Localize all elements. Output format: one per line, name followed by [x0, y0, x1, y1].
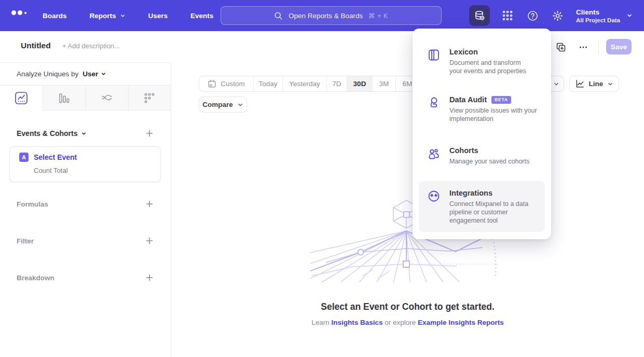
menu-item-description: View possible issues with your implement…: [449, 106, 537, 123]
events-cohorts-header: Events & Cohorts: [17, 128, 155, 139]
formulas-label: Formulas: [17, 200, 48, 208]
date-range-3m[interactable]: 3M: [372, 76, 395, 91]
insights-basics-link[interactable]: Insights Basics: [331, 319, 382, 326]
nav-item-boards[interactable]: Boards: [43, 12, 67, 20]
integrations-sync-icon: [427, 188, 442, 225]
date-range-30d-active[interactable]: 30D: [347, 76, 372, 91]
empty-state-subtext: Learn Insights Basics or explore Example…: [171, 319, 644, 326]
date-range-label: Today: [258, 80, 277, 88]
menu-item-description: Document and transform your events and p…: [449, 59, 526, 75]
date-range-label: 3M: [379, 80, 389, 88]
analyze-value-dropdown[interactable]: User: [83, 70, 106, 78]
filter-section: Filter: [17, 235, 155, 246]
line-chart-tab-icon: [15, 91, 28, 105]
desc-line: Document and transform: [449, 59, 526, 67]
nav-item-users[interactable]: Users: [148, 12, 168, 20]
query-builder-sidebar: Analyze Uniques by User: [0, 62, 171, 357]
nav-item-label: Boards: [43, 12, 67, 20]
menu-item-data-audit[interactable]: Data Audit BETA View possible issues wit…: [419, 88, 545, 130]
settings-button[interactable]: [550, 8, 565, 23]
nav-item-label: Reports: [90, 12, 116, 20]
analyze-label: Analyze Uniques by: [17, 70, 78, 78]
project-name: All Project Data: [576, 17, 620, 24]
report-title[interactable]: Untitled: [21, 41, 51, 50]
date-range-custom[interactable]: Custom: [199, 76, 253, 91]
chart-type-tabs: [0, 86, 171, 111]
events-cohorts-label: Events & Cohorts: [17, 129, 77, 138]
data-management-button[interactable]: [469, 5, 490, 26]
chevron-down-icon: [81, 131, 87, 136]
data-audit-magnifier-icon: [427, 95, 442, 123]
subtext-prefix: Learn: [311, 319, 330, 326]
nav-right-cluster: Clients All Project Data: [469, 0, 633, 31]
filter-label: Filter: [17, 237, 34, 245]
tab-flow-chart[interactable]: [85, 86, 128, 111]
date-range-today[interactable]: Today: [253, 76, 282, 91]
add-event-button[interactable]: [144, 128, 155, 139]
example-insights-reports-link[interactable]: Example Insights Reports: [418, 319, 504, 326]
date-range-label: Yesterday: [289, 80, 320, 88]
menu-item-title: Integrations: [449, 188, 492, 198]
plus-icon: [145, 273, 154, 282]
chevron-down-icon: [553, 81, 559, 87]
chevron-down-icon: [237, 102, 243, 108]
calendar-icon: [208, 79, 216, 88]
primary-nav: Boards Reports Users Events: [43, 0, 213, 31]
apps-grid-button[interactable]: [500, 8, 515, 23]
mixpanel-logo-icon[interactable]: [11, 10, 26, 15]
search-shortcut: ⌘ + K: [368, 12, 388, 20]
event-row-card[interactable]: A Select Event Count Total: [9, 146, 161, 182]
header-divider: [598, 40, 599, 54]
subtext-middle: or explore: [385, 319, 416, 326]
analyze-value: User: [83, 70, 98, 78]
nav-item-label: Events: [190, 12, 213, 20]
desc-line: engagement tool: [449, 216, 528, 225]
date-range-label: Custom: [221, 80, 245, 88]
events-cohorts-dropdown[interactable]: Events & Cohorts: [17, 129, 87, 138]
question-circle-icon: [527, 10, 539, 22]
select-event-button[interactable]: Select Event: [34, 153, 77, 161]
search-icon: [274, 11, 283, 20]
ellipsis-icon: [579, 43, 588, 52]
event-aggregation-dropdown[interactable]: Count Total: [34, 167, 153, 174]
save-button[interactable]: Save: [606, 39, 632, 54]
menu-item-description: Connect Mixpanel to a data pipeline or c…: [449, 200, 528, 225]
add-filter-button[interactable]: [144, 235, 155, 246]
tab-line-chart[interactable]: [0, 86, 43, 111]
global-search-input[interactable]: Open Reports & Boards ⌘ + K: [221, 6, 442, 25]
date-range-label: 30D: [353, 80, 366, 88]
event-letter-badge: A: [19, 153, 29, 162]
desc-line: View possible issues with your: [449, 106, 537, 115]
search-placeholder: Open Reports & Boards: [289, 12, 363, 20]
tab-bar-chart[interactable]: [43, 86, 86, 111]
tab-metrics-grid[interactable]: [128, 86, 171, 111]
nav-item-reports[interactable]: Reports: [90, 12, 126, 20]
menu-item-lexicon[interactable]: Lexicon Document and transform your even…: [419, 40, 545, 83]
chevron-down-icon: [120, 13, 126, 19]
compare-button[interactable]: Compare: [199, 97, 247, 113]
menu-item-integrations[interactable]: Integrations Connect Mixpanel to a data …: [419, 181, 545, 232]
chart-type-dropdown[interactable]: Line: [569, 76, 619, 92]
breakdown-section: Breakdown: [17, 272, 155, 283]
project-selector[interactable]: Clients All Project Data: [576, 8, 633, 24]
date-range-label: 6M: [403, 80, 413, 88]
dots-grid-tab-icon: [143, 92, 156, 104]
nav-item-events[interactable]: Events: [190, 12, 213, 20]
add-formula-button[interactable]: [144, 198, 155, 210]
desc-line: pipeline or customer: [449, 208, 528, 216]
more-actions-button[interactable]: [577, 40, 590, 54]
menu-item-cohorts[interactable]: Cohorts Manage your saved cohorts: [419, 139, 545, 173]
plus-icon: [145, 237, 154, 245]
plus-icon: [145, 200, 154, 208]
desc-line: Connect Mixpanel to a data: [449, 200, 528, 208]
help-button[interactable]: [525, 8, 540, 23]
date-range-7d[interactable]: 7D: [326, 76, 347, 91]
gear-icon: [552, 10, 564, 22]
add-description-field[interactable]: + Add description...: [62, 42, 120, 50]
top-navigation-bar: Boards Reports Users Events Open Reports…: [0, 0, 644, 31]
menu-item-description: Manage your saved cohorts: [449, 157, 529, 166]
add-breakdown-button[interactable]: [144, 272, 155, 283]
duplicate-report-button[interactable]: [554, 40, 568, 54]
date-range-yesterday[interactable]: Yesterday: [282, 76, 326, 91]
beta-badge: BETA: [491, 96, 511, 104]
